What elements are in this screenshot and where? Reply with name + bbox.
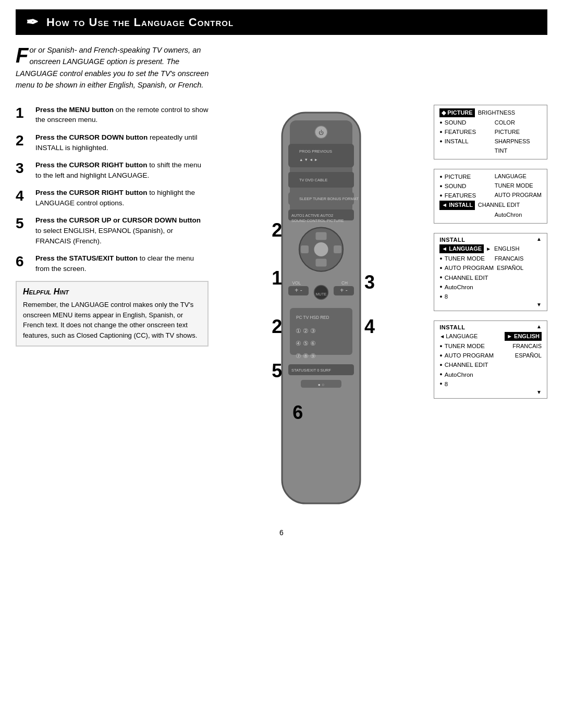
menu-d3-english: ENGLISH <box>494 245 519 253</box>
step-4-number: 4 <box>16 189 31 203</box>
menu-diagram-3: INSTALL ▲ ◄ LANGUAGE ► ENGLISH ● TUNER M… <box>434 233 547 311</box>
hint-text: Remember, the LANGUAGE control makes onl… <box>23 300 201 340</box>
menu-d2-language: LANGUAGE <box>495 172 527 180</box>
step-2: 2 Press the CURSOR DOWN button repeatedl… <box>16 132 209 153</box>
svg-text:① ② ③: ① ② ③ <box>296 327 316 335</box>
menu-d2-install-highlighted: ◄ INSTALL <box>439 201 475 209</box>
menu-d4-arrow-left-lang: ◄ <box>439 333 445 340</box>
menu-d3-francais: FRANCAIS <box>495 255 524 263</box>
step-2-bold: Press the CURSOR DOWN button <box>35 133 148 141</box>
menu-d4-8: 8 <box>445 380 492 388</box>
drop-cap: F <box>16 47 28 64</box>
svg-text:SOUND  CONTROL  PICTURE: SOUND CONTROL PICTURE <box>291 218 344 223</box>
svg-text:+ -: + - <box>340 287 347 294</box>
menu-d1-sound: SOUND <box>445 118 492 127</box>
menu-d4-francais: FRANCAIS <box>512 342 542 350</box>
svg-text:PROG PREVIOUS: PROG PREVIOUS <box>299 149 332 153</box>
step-6-number: 6 <box>16 254 31 269</box>
header-title: How to Use the Language Control <box>46 16 234 29</box>
step-2-text: Press the CURSOR DOWN button repeatedly … <box>35 132 209 153</box>
step-4-bold: Press the CURSOR RIGHT button <box>35 189 148 196</box>
step-5: 5 Press the CURSOR UP or CURSOR DOWN but… <box>16 215 209 246</box>
svg-text:VOL: VOL <box>292 281 301 286</box>
menu-d3-row3: ● AUTO PROGRAM ESPAÑOL <box>439 264 542 272</box>
step-4: 4 Press the CURSOR RIGHT button to highl… <box>16 188 209 208</box>
menu-d3-arrow-up: ▲ <box>536 236 542 242</box>
step-1: 1 Press the MENU button on the remote co… <box>16 105 209 125</box>
menu-d1-color: COLOR <box>495 119 515 127</box>
svg-text:PC TV HSD RED: PC TV HSD RED <box>296 315 329 320</box>
menu-d1-row2: ● SOUND COLOR <box>439 118 542 127</box>
menu-d3-row1: ◄ LANGUAGE ► ENGLISH <box>439 244 542 253</box>
steps-column: 1 Press the MENU button on the remote co… <box>16 105 209 513</box>
menu-d1-row4: ● INSTALL SHARPNESS <box>439 137 542 145</box>
step-5-text: Press the CURSOR UP or CURSOR DOWN butto… <box>35 215 209 246</box>
svg-text:⑦ ⑧ ⑨: ⑦ ⑧ ⑨ <box>296 352 316 360</box>
menu-d3-autoprog: AUTO PROGRAM <box>445 264 494 272</box>
menu-d3-espanol: ESPAÑOL <box>497 264 523 272</box>
step-1-number: 1 <box>16 106 31 120</box>
menu-d4-row1: ◄ LANGUAGE ► ENGLISH <box>439 332 542 341</box>
menu-d1-tint: TINT <box>495 147 507 155</box>
svg-text:TV DVD CABLE: TV DVD CABLE <box>299 178 327 182</box>
menu-d1-bullet2: ● <box>439 119 442 126</box>
menu-d4-autoprog: AUTO PROGRAM <box>445 351 494 360</box>
menu-d2-picture: PICTURE <box>445 172 492 181</box>
content-columns: 1 Press the MENU button on the remote co… <box>16 105 547 513</box>
menu-d1-picture-val: PICTURE <box>495 128 520 136</box>
menu-d1-brightness: BRIGHTNESS <box>478 109 516 117</box>
step-5-number: 5 <box>16 216 31 231</box>
svg-text:SLEEP TUNER BONUS FORMAT: SLEEP TUNER BONUS FORMAT <box>299 196 359 201</box>
menu-d2-tunermode: TUNER MODE <box>495 182 533 190</box>
overlay-4: 4 <box>364 316 375 338</box>
overlay-2b: 2 <box>272 316 282 338</box>
step-3: 3 Press the CURSOR RIGHT button to shift… <box>16 160 209 180</box>
step-6: 6 Press the STATUS/EXIT button to clear … <box>16 253 209 274</box>
hint-title: Helpful Hint <box>23 287 201 297</box>
menu-d4-bullet5: ● <box>439 371 442 378</box>
menu-d3-arrow-right-lang: ► <box>486 245 491 253</box>
remote-container: 2 2 1 3 4 5 6 ⏻ <box>266 105 376 513</box>
menu-diagram-1: ◆ PICTURE BRIGHTNESS ● SOUND COLOR ● FEA… <box>434 105 547 159</box>
intro-block: For or Spanish- and French-speaking TV o… <box>16 44 547 91</box>
svg-rect-18 <box>334 245 341 253</box>
menu-d3-tunermode: TUNER MODE <box>445 254 492 263</box>
step-4-text: Press the CURSOR RIGHT button to highlig… <box>35 188 209 208</box>
menu-d1-picture-highlighted: ◆ PICTURE <box>439 108 474 117</box>
menu-d4-title: INSTALL <box>439 324 542 330</box>
overlay-6: 6 <box>292 402 303 424</box>
menu-d3-bullet5: ● <box>439 283 442 290</box>
menu-d4-arrow-up: ▲ <box>536 324 542 329</box>
diagrams-panel: ◆ PICTURE BRIGHTNESS ● SOUND COLOR ● FEA… <box>434 105 547 404</box>
menu-d4-bullet6: ● <box>439 380 442 387</box>
menu-d2-sound: SOUND <box>445 182 492 190</box>
menu-d1-install: INSTALL <box>445 137 492 145</box>
menu-d2-autochron: AutoChron <box>495 211 522 219</box>
menu-d4-bullet3: ● <box>439 352 442 359</box>
menu-d2-bullet1: ● <box>439 174 442 180</box>
svg-text:AUTO1 ACTIVE AUTO2: AUTO1 ACTIVE AUTO2 <box>291 213 333 217</box>
menu-d2-row4: ◄ INSTALL CHANNEL EDIT <box>439 201 542 209</box>
menu-d4-row3: ● AUTO PROGRAM ESPAÑOL <box>439 351 542 360</box>
svg-text:CH: CH <box>341 281 348 286</box>
menu-d1-bullet4: ● <box>439 138 442 145</box>
step-3-number: 3 <box>16 161 31 176</box>
main-content: For or Spanish- and French-speaking TV o… <box>16 35 547 537</box>
menu-d4-autochron: AutoChron <box>445 371 492 379</box>
menu-d3-row4: ● CHANNEL EDIT <box>439 274 542 282</box>
remote-diagrams-wrapper: 2 2 1 3 4 5 6 ⏻ <box>219 105 547 513</box>
menu-d1-sharpness: SHARPNESS <box>495 138 530 145</box>
menu-d1-row5: ● TINT <box>439 147 542 155</box>
step-1-text: Press the MENU button on the remote cont… <box>35 105 209 125</box>
menu-diagram-2: ● PICTURE LANGUAGE ● SOUND TUNER MODE ● … <box>434 169 547 224</box>
step-6-text: Press the STATUS/EXIT button to clear th… <box>35 253 209 274</box>
menu-d3-arrow-down: ▼ <box>439 302 542 307</box>
menu-d4-arrow-down: ▼ <box>439 389 542 395</box>
menu-d2-row3: ● FEATURES AUTO PROGRAM <box>439 191 542 200</box>
step-5-bold: Press the CURSOR UP or CURSOR DOWN butto… <box>35 216 201 224</box>
svg-rect-15 <box>316 232 327 240</box>
menu-d4-row6: ● 8 <box>439 380 542 388</box>
menu-d4-row5: ● AutoChron <box>439 371 542 379</box>
menu-d2-features: FEATURES <box>445 191 492 200</box>
menu-d3-autochron: AutoChron <box>445 283 492 291</box>
